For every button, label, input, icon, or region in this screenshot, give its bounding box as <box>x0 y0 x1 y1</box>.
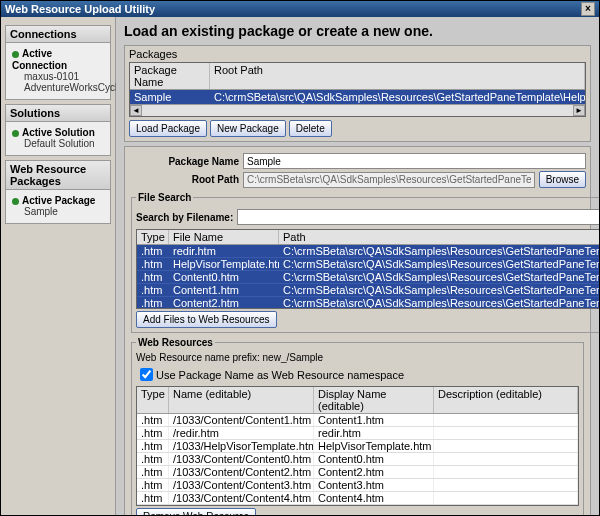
sidebar-solutions-body: Active Solution Default Solution <box>5 122 111 156</box>
sidebar: Connections Active Connection maxus-0101… <box>1 17 116 515</box>
status-dot-icon <box>12 51 19 58</box>
new-package-button[interactable]: New Package <box>210 120 286 137</box>
web-resource-row[interactable]: .htm/1033/Content/Content0.htmContent0.h… <box>137 453 578 466</box>
sidebar-packages-body: Active Package Sample <box>5 190 111 224</box>
web-resource-row[interactable]: .htm/redir.htmredir.htm <box>137 427 578 440</box>
sidebar-connections-body: Active Connection maxus-0101 AdventureWo… <box>5 43 111 100</box>
file-row[interactable]: .htmContent1.htmC:\crmSBeta\src\QA\SdkSa… <box>137 284 599 297</box>
window-title: Web Resource Upload Utility <box>5 1 155 17</box>
prefix-text: Web Resource name prefix: new_/Sample <box>136 352 579 363</box>
h-scrollbar[interactable]: ◄► <box>130 104 585 116</box>
file-row[interactable]: .htmredir.htmC:\crmSBeta\src\QA\SdkSampl… <box>137 245 599 258</box>
web-resources-group: Web Resources Web Resource name prefix: … <box>131 337 584 515</box>
status-dot-icon <box>12 130 19 137</box>
browse-button[interactable]: Browse <box>539 171 586 188</box>
status-dot-icon <box>12 198 19 205</box>
packages-group: Packages Package Name Root Path Sample C… <box>124 45 591 142</box>
web-resources-grid[interactable]: Type Name (editable) Display Name (edita… <box>136 386 579 506</box>
packages-grid[interactable]: Package Name Root Path Sample C:\crmSBet… <box>129 62 586 117</box>
close-icon[interactable]: × <box>581 2 595 16</box>
file-search-group: File Search Search by Filename: Search T… <box>131 192 599 333</box>
package-row[interactable]: Sample C:\crmSBeta\src\QA\SdkSamples\Res… <box>130 90 585 104</box>
web-resource-row[interactable]: .htm/1033/Content/Content3.htmContent3.h… <box>137 479 578 492</box>
root-path-input <box>243 172 535 188</box>
web-resource-row[interactable]: .htm/1033/Content/Content4.htmContent4.h… <box>137 492 578 505</box>
file-search-grid[interactable]: Type File Name Path .htmredir.htmC:\crmS… <box>136 229 599 309</box>
details-group: Package Name Root Path Browse File Searc… <box>124 146 591 515</box>
file-row[interactable]: .htmContent2.htmC:\crmSBeta\src\QA\SdkSa… <box>137 297 599 309</box>
page-title: Load an existing package or create a new… <box>124 23 591 39</box>
use-package-name-checkbox[interactable] <box>140 368 153 381</box>
web-resource-row[interactable]: .htm/1033/Content/Content2.htmContent2.h… <box>137 466 578 479</box>
add-files-button[interactable]: Add Files to Web Resources <box>136 311 277 328</box>
delete-package-button[interactable]: Delete <box>289 120 332 137</box>
scroll-right-icon: ► <box>573 105 585 116</box>
content-area: Load an existing package or create a new… <box>116 17 599 515</box>
web-resource-row[interactable]: .htm/1033/Content/Content1.htmContent1.h… <box>137 414 578 427</box>
package-name-input[interactable] <box>243 153 586 169</box>
web-resource-row[interactable]: .htm/1033/HelpVisorTemplate.htmHelpVisor… <box>137 440 578 453</box>
sidebar-solutions-head: Solutions <box>5 104 111 122</box>
file-row[interactable]: .htmContent0.htmC:\crmSBeta\src\QA\SdkSa… <box>137 271 599 284</box>
remove-web-resource-button[interactable]: Remove Web Resource <box>136 508 256 515</box>
sidebar-connections-head: Connections <box>5 25 111 43</box>
file-row[interactable]: .htmHelpVisorTemplate.htmC:\crmSBeta\src… <box>137 258 599 271</box>
scroll-left-icon: ◄ <box>130 105 142 116</box>
search-input[interactable] <box>237 209 599 225</box>
title-bar: Web Resource Upload Utility × <box>1 1 599 17</box>
sidebar-packages-head: Web Resource Packages <box>5 160 111 190</box>
load-package-button[interactable]: Load Package <box>129 120 207 137</box>
